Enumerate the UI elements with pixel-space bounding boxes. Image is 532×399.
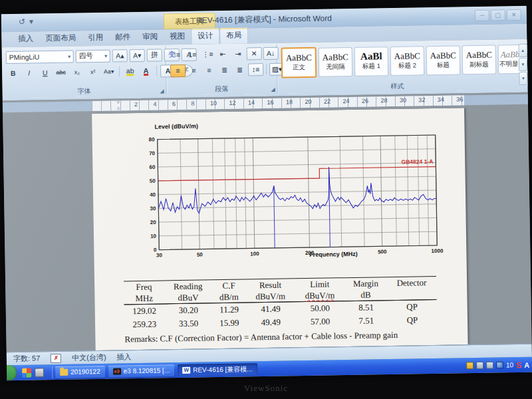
proofing-status-icon[interactable]: ✗ <box>51 353 61 362</box>
table-cell: 8.51 <box>344 301 387 315</box>
insert-mode-indicator[interactable]: 插入 <box>116 352 131 362</box>
distribute-button[interactable]: ≣ <box>233 64 247 75</box>
ribbon-tab[interactable]: 邮件 <box>109 29 136 46</box>
ribbon-tab[interactable]: 布局 <box>219 27 248 44</box>
taskbar-button[interactable]: e3e3 8.120815 [... <box>108 364 175 378</box>
underline-button[interactable]: U <box>38 67 52 78</box>
language-indicator[interactable]: 中文(台湾) <box>72 352 106 363</box>
table-cell: 41.49 <box>246 302 296 317</box>
align-center-button[interactable]: ≡ <box>187 65 201 76</box>
gallery-down-icon[interactable]: ▼ <box>519 58 527 71</box>
shrink-font-button[interactable]: A▾ <box>130 49 145 61</box>
phonetic-guide-button[interactable]: 拼 <box>147 49 162 61</box>
quick-launch-icon[interactable] <box>35 368 44 377</box>
language-mode-icon[interactable]: A <box>524 360 529 368</box>
ruler-number: 14 <box>248 99 255 106</box>
dialog-launcher-icon[interactable]: ◢ <box>160 88 164 94</box>
sort-button[interactable]: A↓ <box>263 47 279 59</box>
ribbon-tab[interactable]: 审阅 <box>136 29 164 45</box>
style-card[interactable]: AaBbC无间隔 <box>319 47 353 77</box>
table-header: dBuV/m <box>295 289 345 302</box>
word-icon: W <box>182 366 190 373</box>
style-card[interactable]: AaBl标题 1 <box>354 47 389 76</box>
quick-launch-icon[interactable] <box>22 368 31 377</box>
folder-icon <box>60 368 68 375</box>
style-card[interactable]: AaBbC标题 2 <box>390 46 425 76</box>
taskbar-button[interactable]: 20190122 <box>55 365 105 378</box>
table-header: dB/m <box>212 291 246 303</box>
increase-indent-button[interactable]: ⇥ <box>231 48 245 59</box>
asian-layout-button[interactable]: ✕ <box>247 47 262 60</box>
font-group-label: 字体 <box>2 85 166 97</box>
decrease-indent-button[interactable]: ⇤ <box>216 48 230 59</box>
hanging-indent-marker[interactable]: ▵ <box>117 104 120 110</box>
svg-text:50: 50 <box>150 178 156 184</box>
ruler-number: 24 <box>342 98 349 104</box>
gallery-more-icon[interactable]: ▼ <box>519 72 527 85</box>
bullets-button[interactable]: ⁝≡ <box>170 49 184 60</box>
style-name: 正文 <box>293 63 305 72</box>
style-card[interactable]: AaBbC副标题 <box>462 45 497 75</box>
style-preview: AaBbC <box>323 53 348 62</box>
table-cell: 57.00 <box>295 315 345 329</box>
dialog-launcher-icon[interactable]: ◢ <box>271 86 275 92</box>
font-color-button[interactable]: A <box>139 65 153 76</box>
table-header: dBuV/m <box>245 290 295 303</box>
taskbar-button[interactable]: WREV-4616 [兼容模... <box>178 363 257 376</box>
svg-text:60: 60 <box>149 164 156 170</box>
e3-icon: e3 <box>113 368 121 374</box>
style-card[interactable]: AaBbC标题 <box>426 45 461 75</box>
svg-text:40: 40 <box>150 192 156 198</box>
table-header: Margin <box>344 277 387 290</box>
align-left-button[interactable]: ≡ <box>170 64 186 76</box>
subscript-button[interactable]: x₂ <box>70 66 84 78</box>
document-area[interactable]: Level (dBuV/m) 0102030405060708030501002… <box>3 107 531 352</box>
change-case-aa-button[interactable]: Aa▾ <box>102 66 116 77</box>
tray-icon[interactable] <box>496 361 503 368</box>
tray-icon[interactable] <box>476 362 483 369</box>
remarks-text: Remarks: C.F (Correction Factor) = Anten… <box>124 329 450 345</box>
multilevel-list-button[interactable]: ⋮≡ <box>201 49 215 60</box>
ruler-number: 6 <box>172 100 176 107</box>
numbering-button[interactable]: 1≡ <box>186 49 200 60</box>
divider <box>52 366 53 378</box>
ribbon-tab[interactable]: 页面布局 <box>39 30 82 47</box>
ruler-number: 22 <box>324 98 331 104</box>
restore-button[interactable]: ▢ <box>491 9 505 21</box>
ribbon-tab[interactable]: 插入 <box>12 31 39 47</box>
input-method-icon[interactable]: S <box>516 360 521 370</box>
start-button[interactable] <box>7 365 17 380</box>
italic-button[interactable]: I <box>22 67 36 78</box>
document-page[interactable]: Level (dBuV/m) 0102030405060708030501002… <box>92 108 468 350</box>
ruler-number: 2 <box>134 101 138 108</box>
table-cell: 49.49 <box>246 315 296 329</box>
font-size-combo[interactable]: 四号▼ <box>76 49 110 63</box>
word-count[interactable]: 字数: 57 <box>13 353 41 364</box>
superscript-button[interactable]: x² <box>86 66 100 77</box>
svg-text:70: 70 <box>149 150 156 156</box>
minimize-button[interactable]: ─ <box>475 10 489 21</box>
line-spacing-button[interactable]: ↕≡ <box>248 63 263 76</box>
highlight-color-button[interactable]: ab <box>123 66 137 77</box>
ruler-number: 26 <box>362 98 368 104</box>
style-card[interactable]: AaBbC正文 <box>281 47 317 78</box>
align-right-button[interactable]: ≡ <box>202 65 216 76</box>
table-header: Freq <box>124 281 164 293</box>
ribbon-tab[interactable]: 视图 <box>164 29 191 45</box>
tray-icon[interactable] <box>486 362 493 369</box>
ribbon-tab[interactable]: 引用 <box>82 30 109 47</box>
ruler-number: 12 <box>229 100 235 106</box>
font-name-combo[interactable]: PMingLiU▼ <box>6 50 74 64</box>
strikethrough-button[interactable]: abc <box>54 66 68 78</box>
gallery-up-icon[interactable]: ▲ <box>519 44 527 57</box>
ribbon-tab[interactable]: 设计 <box>191 27 219 45</box>
tray-icon[interactable] <box>466 362 473 369</box>
gallery-scrollbar[interactable]: ▲ ▼ ▼ <box>519 44 528 85</box>
tray-clock[interactable]: 10 <box>506 361 513 368</box>
table-header: dBuV <box>164 291 212 304</box>
close-button[interactable]: ✕ <box>507 9 521 21</box>
grow-font-button[interactable]: A▴ <box>112 49 128 62</box>
monitor-brand-logo: ViewSonic <box>0 383 532 394</box>
bold-button[interactable]: B <box>6 67 20 78</box>
justify-button[interactable]: ≣ <box>217 64 231 75</box>
